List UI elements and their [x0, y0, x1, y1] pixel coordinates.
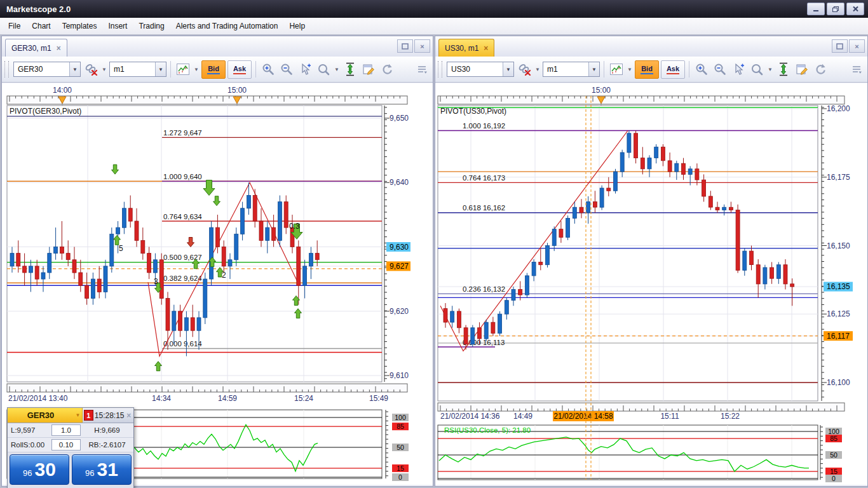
- price-axis-label: 9,630: [390, 243, 409, 252]
- symbol-combo[interactable]: US30▼: [447, 62, 514, 77]
- panel-maximize-button[interactable]: [832, 39, 848, 53]
- sell-price-button[interactable]: 9630: [10, 454, 69, 485]
- top-time-ruler[interactable]: [7, 96, 407, 104]
- top-time-label: 15:00: [592, 86, 611, 95]
- bid-button[interactable]: Bid: [201, 60, 226, 79]
- rsi-scale-label: 85: [830, 435, 837, 442]
- menu-item-alerts-and-trading-automation[interactable]: Alerts and Trading Automation: [170, 18, 284, 34]
- tab-label: GER30, m1: [11, 44, 51, 53]
- tab-us30[interactable]: US30, m1×: [438, 39, 494, 57]
- top-time-ruler[interactable]: [438, 96, 844, 104]
- chart-annotation: 0.3: [289, 222, 300, 231]
- title-bar: Marketscope 2.0: [0, 0, 868, 18]
- quote-rb: RB:-2.6107: [81, 441, 133, 449]
- zoom-in-button[interactable]: [693, 61, 710, 78]
- fit-vertical-scale-button[interactable]: [775, 61, 792, 78]
- unlink-symbol-button[interactable]: [516, 61, 532, 78]
- rsi-scale-label: 50: [397, 444, 404, 451]
- chevron-down-icon[interactable]: ▼: [627, 67, 633, 72]
- pointer-zoom-button[interactable]: [297, 61, 313, 78]
- toolbar-menu-button[interactable]: [414, 61, 430, 78]
- menu-item-insert[interactable]: Insert: [102, 18, 133, 34]
- pivot-level-label: 0.382 9,624: [163, 274, 202, 282]
- zoom-out-button[interactable]: [712, 61, 728, 78]
- bid-button[interactable]: Bid: [635, 60, 659, 79]
- refresh-button[interactable]: [812, 61, 829, 78]
- chart-type-button[interactable]: [175, 61, 191, 78]
- zoom-out-button[interactable]: [278, 61, 295, 78]
- chevron-down-icon[interactable]: ▼: [767, 67, 773, 72]
- zoom-in-button[interactable]: [260, 61, 276, 78]
- chevron-down-icon[interactable]: ▼: [69, 62, 80, 76]
- toolbar-grip[interactable]: [4, 61, 9, 78]
- quote-symbol: GER30: [8, 408, 74, 423]
- bottom-time-label: 14:49: [513, 412, 532, 421]
- annotate-button[interactable]: [360, 61, 377, 78]
- bottom-time-label: 15:24: [294, 394, 313, 403]
- spread-input[interactable]: 1.0: [51, 424, 81, 436]
- quote-roll: RollS:0.00: [8, 441, 51, 449]
- quote-panel-header[interactable]: GER30▼115:28:15×: [8, 408, 133, 423]
- window-close-button[interactable]: [846, 3, 864, 15]
- fit-vertical-scale-button[interactable]: [342, 61, 358, 78]
- pivot-level-label: 0.000 9,614: [163, 340, 202, 348]
- top-time-label: 15:00: [227, 86, 247, 95]
- bottom-time-label: 21/02/2014 13:40: [8, 394, 68, 403]
- price-axis-label: 16,100: [827, 378, 850, 387]
- chart-annotation: 5: [119, 244, 123, 253]
- bottom-time-ruler[interactable]: [7, 384, 407, 392]
- window-title: Marketscope 2.0: [0, 4, 807, 14]
- panel-close-button[interactable]: ×: [849, 39, 865, 53]
- chevron-down-icon[interactable]: ▼: [193, 67, 200, 72]
- panel-maximize-button[interactable]: [397, 39, 413, 53]
- pivot-level-label: 0.236 16,132: [463, 285, 505, 293]
- menu-item-help[interactable]: Help: [283, 18, 311, 34]
- chart-toolbar: GER30▼▼m1▼▼BidAsk▼: [2, 57, 433, 83]
- chevron-down-icon[interactable]: ▼: [534, 67, 541, 72]
- pivot-level-label: 1.000 9,640: [163, 173, 202, 180]
- pivot-level-label: 1.000 16,192: [463, 122, 505, 130]
- menu-item-templates[interactable]: Templates: [57, 18, 103, 34]
- bottom-time-ruler[interactable]: [438, 403, 844, 411]
- period-combo[interactable]: m1▼: [109, 62, 166, 77]
- indicator-label: PIVOT(US30,Pivot): [440, 107, 506, 116]
- chevron-down-icon[interactable]: ▼: [503, 62, 513, 76]
- unlink-symbol-button[interactable]: [83, 61, 99, 78]
- chevron-down-icon[interactable]: ▼: [588, 62, 599, 76]
- chevron-down-icon[interactable]: ▼: [74, 408, 83, 423]
- chart-type-button[interactable]: [608, 61, 625, 78]
- workspace: GER30, m1××GER30▼▼m1▼▼BidAsk▼14:0015:00P…: [0, 34, 868, 488]
- chevron-down-icon[interactable]: ▼: [101, 67, 107, 72]
- symbol-combo[interactable]: GER30▼: [13, 62, 81, 77]
- tab-bar: GER30, m1××: [2, 36, 433, 57]
- period-combo[interactable]: m1▼: [543, 62, 600, 77]
- ask-button[interactable]: Ask: [227, 60, 252, 79]
- window-restore-button[interactable]: [827, 3, 844, 15]
- price-axis-label: 9,610: [390, 371, 409, 380]
- tab-ger30[interactable]: GER30, m1×: [5, 39, 67, 57]
- quote-high: H:9,669: [81, 426, 133, 434]
- window-minimize-button[interactable]: [807, 3, 825, 15]
- magnifier-button[interactable]: [315, 61, 332, 78]
- magnifier-button[interactable]: [749, 61, 765, 78]
- menu-item-trading[interactable]: Trading: [133, 18, 170, 34]
- toolbar-grip[interactable]: [438, 61, 442, 78]
- buy-price-button[interactable]: 9631: [72, 454, 132, 485]
- tab-close-icon[interactable]: ×: [57, 44, 61, 52]
- pointer-zoom-button[interactable]: [730, 61, 747, 78]
- panel-close-button[interactable]: ×: [414, 39, 430, 53]
- bottom-time-label: 15:49: [369, 394, 388, 403]
- chevron-down-icon[interactable]: ▼: [155, 62, 166, 76]
- menu-item-chart[interactable]: Chart: [26, 18, 56, 34]
- pip-cost-input[interactable]: 0.10: [51, 439, 81, 451]
- toolbar-menu-button[interactable]: [848, 61, 865, 78]
- menu-item-file[interactable]: File: [3, 18, 26, 34]
- annotate-button[interactable]: [794, 61, 810, 78]
- ask-button[interactable]: Ask: [661, 60, 685, 79]
- chevron-down-icon[interactable]: ▼: [334, 67, 340, 72]
- bottom-time-label: 21/02/2014 14:36: [440, 412, 500, 421]
- price-axis-label: 9,620: [390, 307, 409, 316]
- refresh-button[interactable]: [379, 61, 395, 78]
- close-icon[interactable]: ×: [125, 408, 134, 423]
- tab-close-icon[interactable]: ×: [484, 44, 488, 52]
